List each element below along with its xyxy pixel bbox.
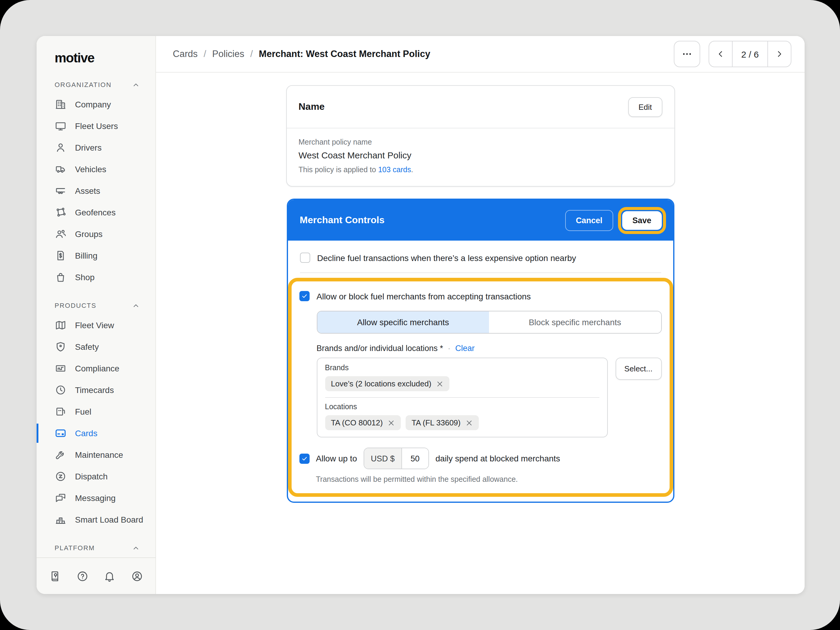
breadcrumb-separator: /	[250, 49, 253, 59]
brands-locations-label: Brands and/or individual locations *	[316, 344, 443, 353]
tab-block-specific-merchants[interactable]: Block specific merchants	[489, 311, 661, 333]
sidebar-item-safety[interactable]: Safety	[36, 336, 155, 358]
sidebar-item-assets[interactable]: Assets	[36, 180, 155, 202]
daily-spend-label: daily spend at blocked merchants	[436, 453, 561, 463]
topbar: Cards / Policies / Merchant: West Coast …	[156, 36, 805, 73]
sidebar-item-cards[interactable]: Cards	[36, 422, 155, 444]
tab-allow-specific-merchants[interactable]: Allow specific merchants	[317, 311, 489, 333]
invoice-icon	[55, 249, 66, 262]
wrench-icon	[55, 449, 66, 461]
divider	[325, 397, 599, 398]
sidebar-item-vehicles[interactable]: Vehicles	[36, 158, 155, 180]
sidebar-item-dispatch[interactable]: Dispatch	[36, 466, 155, 487]
sidebar: motive ORGANIZATION Company Fleet Users	[36, 36, 156, 594]
locations-group-label: Locations	[325, 403, 599, 411]
sidebar-item-geofences[interactable]: Geofences	[36, 202, 155, 223]
allowance-amount-group: USD $	[363, 448, 429, 469]
decline-transactions-row: Decline fuel transactions when there’s a…	[288, 241, 673, 272]
applied-cards-link[interactable]: 103 cards	[378, 166, 411, 174]
more-options-button[interactable]	[674, 41, 700, 67]
allow-block-label: Allow or block fuel merchants from accep…	[316, 291, 531, 301]
topbar-actions: 2 / 6	[674, 41, 791, 67]
page-title: Merchant: West Coast Merchant Policy	[259, 49, 430, 59]
save-button[interactable]: Save	[622, 211, 662, 229]
person-icon	[55, 142, 66, 153]
policy-name-label: Merchant policy name	[298, 138, 662, 147]
breadcrumb-policies[interactable]: Policies	[212, 49, 244, 59]
breadcrumb-cards[interactable]: Cards	[173, 49, 198, 59]
sidebar-item-compliance[interactable]: Compliance	[36, 358, 155, 379]
section-header-products[interactable]: PRODUCTS	[36, 297, 155, 314]
content: Name Edit Merchant policy name West Coas…	[156, 73, 805, 594]
name-card-header: Name Edit	[286, 86, 674, 128]
shield-icon	[55, 341, 66, 353]
next-page-button[interactable]	[768, 41, 791, 66]
select-merchants-button[interactable]: Select...	[615, 358, 662, 380]
highlighted-merchant-section: Allow or block fuel merchants from accep…	[288, 278, 673, 497]
sidebar-item-billing[interactable]: Billing	[36, 245, 155, 267]
breadcrumb: Cards / Policies / Merchant: West Coast …	[173, 49, 430, 59]
decline-transactions-label: Decline fuel transactions when there’s a…	[317, 253, 576, 262]
sidebar-item-company[interactable]: Company	[36, 93, 155, 115]
sidebar-item-maintenance[interactable]: Maintenance	[36, 444, 155, 466]
ellipsis-icon	[682, 49, 692, 59]
daily-allowance-row: Allow up to USD $ daily spend at blocked…	[299, 448, 662, 469]
section-header-organization[interactable]: ORGANIZATION	[36, 76, 155, 93]
remove-chip-icon[interactable]	[436, 380, 444, 387]
map-icon	[55, 319, 66, 331]
sidebar-item-shop[interactable]: Shop	[36, 267, 155, 288]
chevron-up-icon	[132, 544, 140, 552]
sidebar-item-fleet-view[interactable]: Fleet View	[36, 314, 155, 336]
sidebar-item-groups[interactable]: Groups	[36, 223, 155, 245]
applied-cards-line: This policy is applied to 103 cards.	[298, 166, 662, 174]
trailer-icon	[55, 185, 66, 197]
shopping-bag-icon	[55, 271, 66, 283]
chevron-left-icon	[717, 50, 725, 58]
name-card: Name Edit Merchant policy name West Coas…	[286, 85, 675, 186]
allowance-amount-input[interactable]	[402, 448, 428, 469]
selected-merchants-box: Brands Love’s (2 locations excluded) Loc…	[316, 358, 608, 437]
brands-locations-label-row: Brands and/or individual locations * · C…	[316, 344, 662, 353]
section-header-platform[interactable]: PLATFORM	[36, 539, 155, 557]
sidebar-item-smart-load-board[interactable]: Smart Load Board	[36, 509, 155, 531]
help-icon[interactable]	[73, 567, 91, 585]
daily-allowance-checkbox[interactable]	[299, 453, 309, 464]
sidebar-item-timecards[interactable]: Timecards	[36, 379, 155, 401]
sidebar-item-fleet-users[interactable]: Fleet Users	[36, 115, 155, 137]
brand-chip: Love’s (2 locations excluded)	[325, 376, 449, 391]
app-window: motive ORGANIZATION Company Fleet Users	[36, 36, 805, 594]
sidebar-item-drivers[interactable]: Drivers	[36, 137, 155, 158]
geofence-icon	[55, 207, 66, 218]
guide-map-icon[interactable]	[46, 567, 64, 585]
save-button-highlight-ring: Save	[618, 207, 666, 234]
decline-transactions-checkbox[interactable]	[300, 253, 310, 263]
edit-button[interactable]: Edit	[628, 97, 662, 117]
allow-block-checkbox[interactable]	[299, 291, 309, 301]
remove-chip-icon[interactable]	[388, 419, 395, 426]
desktop-canvas: motive ORGANIZATION Company Fleet Users	[0, 0, 840, 630]
check-icon	[301, 293, 308, 299]
remove-chip-icon[interactable]	[465, 419, 472, 426]
allow-up-to-label: Allow up to	[316, 453, 357, 463]
sidebar-nav: ORGANIZATION Company Fleet Users Drivers	[36, 76, 155, 558]
merchant-controls-actions: Cancel Save	[565, 207, 666, 234]
name-card-body: Merchant policy name West Coast Merchant…	[286, 128, 674, 186]
sidebar-item-fuel[interactable]: Fuel	[36, 401, 155, 422]
clear-link[interactable]: Clear	[455, 344, 475, 353]
notifications-bell-icon[interactable]	[101, 567, 119, 585]
prev-page-button[interactable]	[709, 41, 732, 66]
policy-name-value: West Coast Merchant Policy	[298, 150, 662, 160]
sidebar-item-messaging[interactable]: Messaging	[36, 487, 155, 509]
location-chip: TA (FL 33609)	[406, 415, 478, 430]
load-board-icon	[55, 513, 66, 526]
chevron-up-icon	[132, 81, 140, 88]
people-icon	[55, 228, 66, 240]
brands-group-label: Brands	[325, 363, 599, 372]
record-pager: 2 / 6	[709, 41, 791, 67]
cancel-button[interactable]: Cancel	[565, 210, 613, 231]
merchant-selection-row: Brands Love’s (2 locations excluded) Loc…	[316, 358, 662, 437]
location-chips: TA (CO 80012) TA (FL 33609)	[325, 415, 599, 430]
account-icon[interactable]	[128, 567, 146, 585]
merchant-controls-card: Merchant Controls Cancel Save Decline fu…	[286, 199, 674, 503]
merchant-controls-header: Merchant Controls Cancel Save	[288, 200, 673, 241]
